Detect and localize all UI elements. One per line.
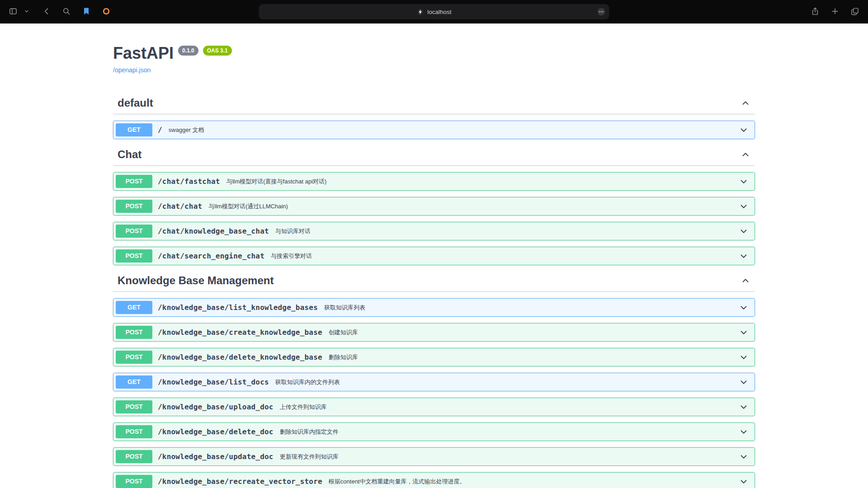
endpoint-description: swagger 文档 bbox=[169, 126, 204, 134]
endpoint-path: /knowledge_base/create_knowledge_base bbox=[158, 328, 322, 337]
expand-endpoint-icon[interactable] bbox=[739, 402, 749, 412]
endpoint-row[interactable]: POST /knowledge_base/delete_knowledge_ba… bbox=[113, 348, 755, 366]
collapse-section-icon[interactable] bbox=[741, 98, 750, 108]
openapi-spec-link[interactable]: /openapi.json bbox=[113, 66, 151, 74]
endpoint-path: /knowledge_base/upload_doc bbox=[158, 403, 274, 411]
endpoint-description: 删除知识库内指定文件 bbox=[280, 428, 339, 436]
collapse-section-icon[interactable] bbox=[741, 150, 750, 160]
endpoint-summary: POST /knowledge_base/upload_doc 上传文件到知识库 bbox=[113, 398, 755, 416]
endpoint-description: 与llm模型对话(通过LLMChain) bbox=[208, 202, 288, 211]
endpoint-path: /knowledge_base/list_knowledge_bases bbox=[158, 303, 318, 312]
method-badge: POST bbox=[116, 225, 152, 238]
endpoint-row[interactable]: POST /knowledge_base/recreate_vector_sto… bbox=[113, 472, 755, 488]
section-header[interactable]: Chat bbox=[113, 144, 755, 166]
method-badge: POST bbox=[116, 475, 152, 488]
endpoint-path: /knowledge_base/update_doc bbox=[158, 452, 274, 461]
share-icon bbox=[811, 7, 820, 17]
endpoint-description: 获取知识库内的文件列表 bbox=[275, 378, 340, 386]
share-button[interactable] bbox=[809, 6, 821, 18]
endpoint-row[interactable]: POST /chat/fastchat 与llm模型对话(直接与fastchat… bbox=[113, 172, 755, 191]
method-badge: POST bbox=[116, 400, 152, 413]
extension-blue-button[interactable] bbox=[80, 6, 92, 18]
endpoint-summary: GET /knowledge_base/list_knowledge_bases… bbox=[113, 299, 755, 316]
api-info: FastAPI 0.1.0 OAS 3.1 /openapi.json bbox=[113, 44, 755, 74]
search-button[interactable] bbox=[61, 6, 72, 18]
endpoint-list: GET / swagger 文档 bbox=[113, 121, 755, 139]
endpoint-row[interactable]: POST /knowledge_base/update_doc 更新现有文件到知… bbox=[113, 447, 755, 466]
section-title: Knowledge Base Management bbox=[118, 274, 274, 287]
section-header[interactable]: Knowledge Base Management bbox=[113, 270, 755, 292]
endpoint-row[interactable]: GET / swagger 文档 bbox=[113, 121, 755, 139]
method-badge: POST bbox=[116, 450, 152, 463]
endpoint-path: /chat/chat bbox=[158, 202, 202, 211]
api-section: default GET / swagger 文档 bbox=[113, 92, 755, 139]
endpoint-row[interactable]: POST /chat/search_engine_chat 与搜索引擎对话 bbox=[113, 247, 755, 265]
endpoint-summary: POST /knowledge_base/delete_doc 删除知识库内指定… bbox=[113, 423, 755, 441]
expand-endpoint-icon[interactable] bbox=[739, 477, 749, 487]
method-badge: POST bbox=[116, 326, 152, 339]
expand-endpoint-icon[interactable] bbox=[739, 202, 749, 211]
endpoint-description: 获取知识库列表 bbox=[324, 304, 365, 312]
expand-endpoint-icon[interactable] bbox=[739, 328, 749, 338]
site-favicon-icon bbox=[416, 8, 424, 16]
endpoint-summary: POST /chat/chat 与llm模型对话(通过LLMChain) bbox=[113, 197, 755, 215]
expand-endpoint-icon[interactable] bbox=[739, 226, 749, 236]
version-badge: 0.1.0 bbox=[178, 46, 198, 56]
tab-groups-chevron-button[interactable] bbox=[21, 6, 33, 18]
endpoint-row[interactable]: POST /knowledge_base/delete_doc 删除知识库内指定… bbox=[113, 422, 755, 441]
endpoint-row[interactable]: GET /knowledge_base/list_knowledge_bases… bbox=[113, 298, 755, 317]
toolbar-right bbox=[809, 6, 861, 18]
sidebar-toggle-button[interactable] bbox=[7, 6, 19, 18]
endpoint-list: POST /chat/fastchat 与llm模型对话(直接与fastchat… bbox=[113, 172, 755, 265]
endpoint-summary: GET / swagger 文档 bbox=[113, 121, 755, 139]
safari-window: localhost FastAPI 0.1.0 bbox=[0, 0, 868, 488]
endpoint-row[interactable]: GET /knowledge_base/list_docs 获取知识库内的文件列… bbox=[113, 373, 755, 391]
endpoint-description: 上传文件到知识库 bbox=[280, 403, 327, 411]
expand-endpoint-icon[interactable] bbox=[739, 377, 749, 387]
expand-endpoint-icon[interactable] bbox=[739, 427, 749, 437]
expand-endpoint-icon[interactable] bbox=[739, 251, 749, 261]
page-menu-icon[interactable] bbox=[597, 7, 606, 17]
extension-orange-button[interactable] bbox=[100, 6, 112, 18]
tab-overview-button[interactable] bbox=[849, 6, 861, 18]
address-bar[interactable]: localhost bbox=[259, 4, 609, 19]
expand-endpoint-icon[interactable] bbox=[739, 125, 749, 135]
api-section: Knowledge Base Management GET /knowledge… bbox=[113, 270, 755, 488]
url-text: localhost bbox=[427, 9, 451, 15]
api-title-text: FastAPI bbox=[113, 44, 174, 62]
endpoint-path: /knowledge_base/list_docs bbox=[158, 378, 269, 386]
endpoint-description: 删除知识库 bbox=[329, 353, 358, 361]
endpoint-row[interactable]: POST /chat/chat 与llm模型对话(通过LLMChain) bbox=[113, 197, 755, 216]
expand-endpoint-icon[interactable] bbox=[739, 452, 749, 462]
tabs-icon bbox=[850, 7, 859, 17]
expand-endpoint-icon[interactable] bbox=[739, 177, 749, 187]
method-badge: GET bbox=[116, 375, 152, 389]
expand-endpoint-icon[interactable] bbox=[739, 352, 749, 362]
ring-icon bbox=[102, 7, 111, 17]
endpoint-row[interactable]: POST /chat/knowledge_base_chat 与知识库对话 bbox=[113, 222, 755, 240]
endpoint-path: /chat/knowledge_base_chat bbox=[158, 227, 269, 235]
endpoint-row[interactable]: POST /knowledge_base/create_knowledge_ba… bbox=[113, 323, 755, 342]
sidebar-toggle-icon bbox=[9, 7, 18, 17]
collapse-section-icon[interactable] bbox=[741, 276, 750, 286]
endpoint-summary: POST /knowledge_base/update_doc 更新现有文件到知… bbox=[113, 448, 755, 465]
endpoint-summary: POST /chat/search_engine_chat 与搜索引擎对话 bbox=[113, 247, 755, 265]
endpoint-description: 与知识库对话 bbox=[275, 227, 311, 235]
search-icon bbox=[62, 7, 71, 17]
section-header[interactable]: default bbox=[113, 92, 755, 114]
endpoint-summary: GET /knowledge_base/list_docs 获取知识库内的文件列… bbox=[113, 373, 755, 391]
endpoint-row[interactable]: POST /knowledge_base/upload_doc 上传文件到知识库 bbox=[113, 398, 755, 416]
swagger-wrapper: FastAPI 0.1.0 OAS 3.1 /openapi.json defa… bbox=[104, 23, 764, 488]
new-tab-button[interactable] bbox=[829, 6, 841, 18]
expand-endpoint-icon[interactable] bbox=[739, 303, 749, 313]
section-title: Chat bbox=[118, 148, 142, 161]
page-title: FastAPI 0.1.0 OAS 3.1 bbox=[113, 44, 755, 62]
back-button[interactable] bbox=[41, 6, 52, 18]
endpoint-path: /chat/search_engine_chat bbox=[158, 252, 264, 260]
chevron-down-icon bbox=[24, 9, 29, 15]
endpoint-list: GET /knowledge_base/list_knowledge_bases… bbox=[113, 298, 755, 488]
method-badge: POST bbox=[116, 425, 152, 438]
endpoint-description: 创建知识库 bbox=[329, 328, 358, 337]
endpoint-summary: POST /knowledge_base/recreate_vector_sto… bbox=[113, 473, 755, 488]
endpoint-summary: POST /knowledge_base/delete_knowledge_ba… bbox=[113, 348, 755, 366]
